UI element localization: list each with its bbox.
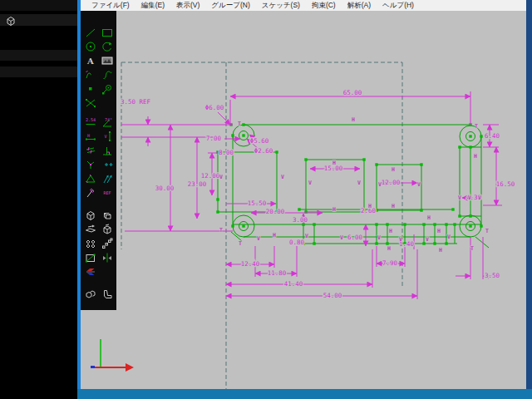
constraint-label[interactable]: T <box>239 240 242 247</box>
vertex-handle[interactable] <box>480 224 482 227</box>
point-icon[interactable] <box>82 81 98 96</box>
corner-l-icon[interactable] <box>99 287 115 301</box>
constraint-label[interactable]: T <box>470 245 474 252</box>
sweep-plane-icon[interactable] <box>82 222 98 236</box>
vertical-constraint-icon[interactable]: V <box>99 129 115 143</box>
perpendicular-constraint-icon[interactable] <box>99 143 115 157</box>
menu-item[interactable]: 編集(E) <box>135 1 170 11</box>
arc-rotate-icon[interactable] <box>99 39 115 53</box>
vertex-handle[interactable] <box>275 150 278 153</box>
equal-constraint-icon[interactable] <box>82 143 98 157</box>
constraint-label[interactable]: H <box>332 160 336 166</box>
construction-point-icon[interactable] <box>99 81 115 96</box>
constraint-label[interactable]: V <box>357 180 361 186</box>
pattern-diamonds-icon[interactable] <box>82 236 98 250</box>
vertex-handle[interactable] <box>375 163 377 165</box>
constraint-label[interactable]: V <box>399 236 402 243</box>
dimension-label[interactable]: Φ5.60 <box>250 137 269 145</box>
constraint-label[interactable]: H <box>392 166 395 173</box>
menu-item[interactable]: スケッチ(S) <box>256 1 306 11</box>
line-icon[interactable] <box>82 25 98 39</box>
dimension-label[interactable]: 23.00 <box>188 180 207 188</box>
constraint-label[interactable]: V <box>219 174 223 180</box>
dimension-label[interactable]: 6.00 <box>347 234 363 241</box>
dimension-label[interactable]: 41.40 <box>284 280 303 288</box>
vertex-handle[interactable] <box>298 208 300 210</box>
constraint-label[interactable]: H <box>439 247 442 254</box>
drawing-canvas[interactable]: 3.50 REF65.00Φ6.00Φ5.60Φ2.607.008.0030.0… <box>81 11 526 389</box>
vertex-handle[interactable] <box>433 223 436 225</box>
reference-icon[interactable]: REF <box>99 185 115 200</box>
dimension-label[interactable]: 7.90 <box>382 259 398 267</box>
dimension-label[interactable]: 11.80 <box>268 269 287 277</box>
vertex-handle[interactable] <box>242 224 244 227</box>
vertex-handle[interactable] <box>469 145 471 148</box>
constraint-label[interactable]: V <box>417 181 421 188</box>
menu-item[interactable]: 拘束(C) <box>306 1 342 11</box>
dimension-label[interactable]: 12.00 <box>201 172 220 180</box>
dimension-label[interactable]: 8.00 <box>219 149 234 156</box>
dimension-label[interactable]: 15.50 <box>248 200 267 207</box>
constraint-label[interactable]: H <box>392 203 395 209</box>
vertex-handle[interactable] <box>458 145 461 148</box>
menu-item[interactable]: ファイル(F) <box>86 1 135 11</box>
vertex-handle[interactable] <box>242 134 244 136</box>
shell-box-icon[interactable] <box>99 222 115 236</box>
dimension-label[interactable]: 3.50 REF <box>121 98 151 106</box>
text-icon[interactable]: A <box>82 53 98 67</box>
dimension-label[interactable]: 3.00 <box>293 216 308 224</box>
constraint-label[interactable]: V <box>308 180 312 186</box>
constraint-label[interactable]: V <box>426 236 429 243</box>
vertex-handle[interactable] <box>469 224 471 227</box>
menu-item[interactable]: 表示(V) <box>170 1 205 11</box>
vertex-handle[interactable] <box>313 223 315 225</box>
vertex-handle[interactable] <box>420 163 422 165</box>
dimension-icon[interactable]: 2.54 <box>82 115 98 129</box>
parallel-constraint-icon[interactable] <box>99 171 115 185</box>
menu-item[interactable]: ヘルプ(H) <box>377 1 420 11</box>
menu-item[interactable]: グループ(N) <box>205 1 255 11</box>
mirror-box-icon[interactable] <box>82 250 98 264</box>
vertex-handle[interactable] <box>304 158 307 160</box>
dimension-label[interactable]: 12.40 <box>241 260 260 268</box>
vertex-handle[interactable] <box>458 214 461 217</box>
vertex-handle[interactable] <box>231 224 234 227</box>
rectangle-icon[interactable] <box>99 25 115 39</box>
extrude-box-icon[interactable] <box>82 208 98 222</box>
vertex-handle[interactable] <box>386 223 388 225</box>
dimension-label[interactable]: 65.00 <box>343 89 362 96</box>
trim-cross-icon[interactable] <box>82 96 98 110</box>
vertex-handle[interactable] <box>375 242 377 244</box>
dimension-label[interactable]: 6.40 <box>485 132 500 140</box>
constraint-label[interactable]: H <box>389 228 392 234</box>
image-icon[interactable] <box>99 53 115 67</box>
mirror-red-blue-icon[interactable] <box>82 264 98 278</box>
dimension-label[interactable]: 20.00 <box>266 208 285 215</box>
constraint-label[interactable]: H <box>273 232 276 239</box>
vertex-handle[interactable] <box>445 242 447 244</box>
constraint-label[interactable]: V <box>447 234 451 240</box>
constraint-label[interactable]: V <box>458 195 461 201</box>
dimension-label[interactable]: 16.50 <box>496 180 515 188</box>
angle-dimension-icon[interactable]: 74° <box>99 115 115 129</box>
vertex-handle[interactable] <box>362 158 365 160</box>
dimension-label[interactable]: 3.50 <box>485 272 500 279</box>
constraint-label[interactable]: V <box>340 234 343 241</box>
pattern-path-icon[interactable] <box>99 236 115 250</box>
cube-icon[interactable] <box>5 15 17 27</box>
symmetry-constraint-icon[interactable] <box>99 157 115 171</box>
constraint-label[interactable]: H <box>387 245 391 252</box>
constraint-label[interactable]: V <box>377 234 381 241</box>
vertex-handle[interactable] <box>469 214 471 217</box>
triangle-constraint-icon[interactable] <box>82 171 98 185</box>
constraint-label[interactable]: T <box>475 123 478 130</box>
circle-icon[interactable] <box>82 39 98 53</box>
constraint-label[interactable]: V <box>257 235 260 242</box>
constraint-label[interactable]: V <box>281 174 284 180</box>
vertex-handle[interactable] <box>445 223 447 225</box>
vertex-handle[interactable] <box>403 223 406 225</box>
constraint-label[interactable]: H <box>332 206 336 213</box>
vertex-handle[interactable] <box>375 223 377 225</box>
constraint-label[interactable]: V <box>478 195 481 201</box>
dimension-label[interactable]: 0.80 <box>289 239 305 246</box>
